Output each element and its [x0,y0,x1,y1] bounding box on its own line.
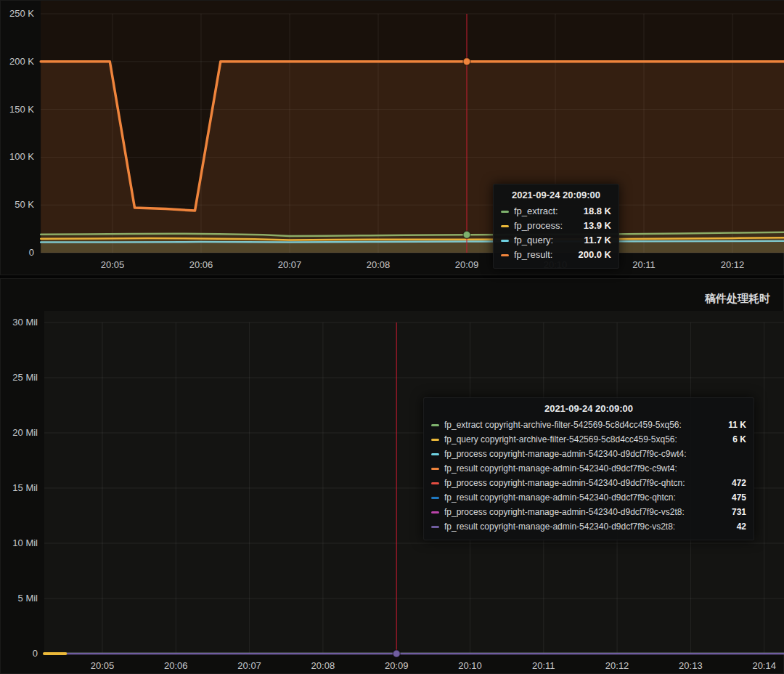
tooltip-series-row: fp_extract:18.8 K [501,204,611,219]
series-color-dash-icon [431,424,439,426]
series-color-dash-icon [501,254,509,256]
series-color-dash-icon [431,482,439,484]
tooltip-series-row: fp_process:13.9 K [501,219,611,233]
tooltip-series-label: fp_query copyright-archive-filter-542569… [444,432,677,447]
tooltip-series-row: fp_result copyright-manage-admin-542340-… [431,519,746,534]
tooltip-series-row: fp_process copyright-manage-admin-542340… [431,447,746,461]
throughput-chart-panel: 050 K100 K150 K200 K250 K 20:0520:0620:0… [0,0,784,275]
tooltip-series-label: fp_result: [514,248,552,262]
tooltip-series-value: 731 [724,505,746,519]
tooltip-series-label: fp_process copyright-manage-admin-542340… [444,505,685,519]
processing-time-panel: 稿件处理耗时 05 Mil10 Mil15 Mil20 Mil25 Mil30 … [0,278,784,674]
tooltip-series-label: fp_result copyright-manage-admin-542340-… [444,461,677,476]
series-color-dash-icon [431,497,439,499]
processing-tooltip: 2021-09-24 20:09:00 fp_extract copyright… [423,397,754,540]
tooltip-rows: fp_extract:18.8 Kfp_process:13.9 Kfp_que… [501,204,611,262]
tooltip-series-row: fp_result copyright-manage-admin-542340-… [431,490,746,505]
series-color-dash-icon [501,225,509,227]
tooltip-series-row: fp_query:11.7 K [501,233,611,248]
tooltip-series-value: 42 [730,519,746,534]
tooltip-series-value: 200.0 K [571,248,611,262]
tooltip-series-row: fp_process copyright-manage-admin-542340… [431,505,746,519]
tooltip-rows: fp_extract copyright-archive-filter-5425… [431,418,746,534]
tooltip-series-label: fp_process copyright-manage-admin-542340… [444,476,685,490]
tooltip-series-value: 18.8 K [576,204,611,219]
tooltip-series-row: fp_result copyright-manage-admin-542340-… [431,461,746,476]
tooltip-series-label: fp_extract: [514,204,558,219]
series-color-dash-icon [431,511,439,513]
series-color-dash-icon [431,526,439,528]
panel-title[interactable]: 稿件处理耗时 [705,292,770,306]
tooltip-timestamp: 2021-09-24 20:09:00 [431,403,746,414]
throughput-tooltip: 2021-09-24 20:09:00 fp_extract:18.8 Kfp_… [493,184,619,269]
tooltip-series-row: fp_extract copyright-archive-filter-5425… [431,418,746,432]
tooltip-series-value: 13.9 K [576,219,611,233]
tooltip-series-label: fp_process copyright-manage-admin-542340… [444,447,687,461]
tooltip-series-label: fp_query: [514,233,553,248]
tooltip-series-label: fp_process: [514,219,563,233]
series-color-dash-icon [501,240,509,242]
series-color-dash-icon [501,211,509,213]
series-color-dash-icon [431,453,439,455]
tooltip-series-row: fp_query copyright-archive-filter-542569… [431,432,746,447]
tooltip-timestamp: 2021-09-24 20:09:00 [501,190,611,200]
series-color-dash-icon [431,468,439,470]
highlight-point [463,231,470,238]
tooltip-series-label: fp_extract copyright-archive-filter-5425… [444,418,682,432]
tooltip-series-value: 475 [724,490,746,505]
tooltip-series-row: fp_result:200.0 K [501,248,611,262]
highlight-point [393,650,400,657]
throughput-chart-canvas[interactable] [1,1,784,275]
tooltip-series-label: fp_result copyright-manage-admin-542340-… [444,519,675,534]
tooltip-series-row: fp_process copyright-manage-admin-542340… [431,476,746,490]
tooltip-series-value: 6 K [725,432,746,447]
tooltip-series-value: 11 K [721,418,746,432]
tooltip-series-value: 472 [724,476,746,490]
tooltip-series-label: fp_result copyright-manage-admin-542340-… [444,490,676,505]
highlight-point [463,58,470,65]
series-color-dash-icon [431,439,439,441]
tooltip-series-value: 11.7 K [576,233,611,248]
